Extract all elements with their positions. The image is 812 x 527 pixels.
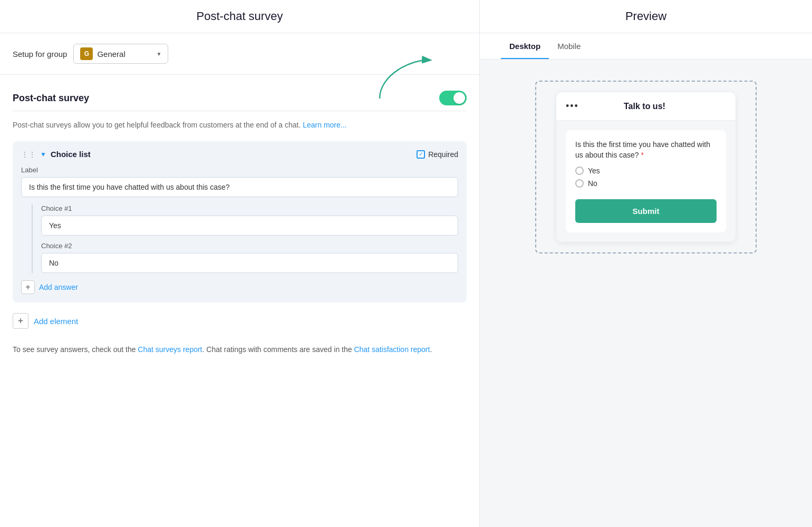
chat-satisfaction-report-link[interactable]: Chat satisfaction report (354, 345, 430, 354)
group-avatar: G (80, 47, 93, 60)
chat-surveys-report-link[interactable]: Chat surveys report (138, 345, 202, 354)
add-element-button[interactable]: + (13, 313, 28, 329)
radio-label-no: No (588, 179, 597, 188)
choice-list-title: Choice list (51, 150, 91, 159)
preview-dashed-border: ••• Talk to us! Is this the first time y… (535, 81, 757, 253)
choice-1-input[interactable] (41, 216, 458, 236)
survey-toggle[interactable] (439, 91, 467, 105)
survey-description: Post-chat surveys allow you to get helpf… (13, 120, 467, 131)
required-star: * (641, 151, 644, 159)
tab-mobile[interactable]: Mobile (549, 33, 589, 59)
chat-header: ••• Talk to us! (556, 92, 736, 121)
preview-content: ••• Talk to us! Is this the first time y… (480, 60, 812, 527)
choice-item-1: Choice #1 (41, 204, 458, 236)
label-field-label: Label (21, 166, 458, 174)
chevron-down-icon[interactable]: ▼ (40, 151, 46, 158)
right-panel-header: Preview (480, 0, 812, 33)
tab-desktop[interactable]: Desktop (501, 33, 549, 59)
choice-1-label: Choice #1 (41, 204, 458, 212)
left-panel: Setup for group G General ▼ Post-chat su… (0, 33, 480, 527)
group-dropdown[interactable]: G General ▼ (73, 44, 168, 64)
survey-section: Post-chat survey (0, 75, 479, 371)
submit-button[interactable]: Submit (575, 199, 717, 223)
radio-circle-no[interactable] (575, 179, 584, 188)
choice-list-card: ⋮⋮ ▼ Choice list ✓ Required Label Choice (13, 141, 467, 302)
add-answer-row: + Add answer (21, 280, 458, 294)
required-label: Required (428, 150, 458, 159)
radio-label-yes: Yes (588, 167, 600, 175)
choice-2-label: Choice #2 (41, 242, 458, 250)
add-answer-text[interactable]: Add answer (39, 283, 78, 291)
survey-divider (13, 111, 467, 111)
chat-dots: ••• (566, 101, 579, 112)
page-title-right: Preview (480, 9, 812, 23)
chevron-down-icon: ▼ (157, 51, 162, 57)
preview-question: Is this the first time you have chatted … (575, 140, 717, 160)
preview-tabs: Desktop Mobile (480, 33, 812, 60)
toggle-container (439, 91, 467, 105)
group-name: General (97, 50, 152, 58)
choices-container: Choice #1 Choice #2 (32, 204, 458, 273)
choice-2-input[interactable] (41, 253, 458, 273)
top-bar: Post-chat survey Preview (0, 0, 812, 33)
required-checkbox[interactable]: ✓ (417, 150, 425, 159)
add-element-row: + Add element (13, 313, 467, 329)
chat-widget: ••• Talk to us! Is this the first time y… (556, 92, 736, 242)
choice-list-header: ⋮⋮ ▼ Choice list ✓ Required (21, 150, 458, 159)
learn-more-link[interactable]: Learn more... (303, 121, 346, 129)
drag-handle-icon[interactable]: ⋮⋮ (21, 150, 36, 159)
radio-option-no: No (575, 179, 717, 188)
right-panel: Desktop Mobile ••• Talk to us! (480, 33, 812, 527)
label-input[interactable] (21, 177, 458, 197)
chat-title: Talk to us! (624, 102, 665, 111)
add-answer-button[interactable]: + (21, 280, 35, 294)
chat-body: Is this the first time you have chatted … (556, 121, 736, 242)
choice-list-left: ⋮⋮ ▼ Choice list (21, 150, 91, 159)
toggle-knob (453, 92, 465, 104)
footer-note: To see survey answers, check out the Cha… (13, 344, 467, 355)
left-panel-header: Post-chat survey (0, 0, 480, 33)
add-element-text[interactable]: Add element (34, 317, 78, 326)
survey-header-row: Post-chat survey (13, 91, 467, 105)
main-content: Setup for group G General ▼ Post-chat su… (0, 33, 812, 527)
group-selector-label: Setup for group (13, 50, 67, 58)
page-title-left: Post-chat survey (0, 9, 479, 23)
required-row: ✓ Required (417, 150, 458, 159)
survey-section-title: Post-chat survey (13, 93, 89, 104)
radio-option-yes: Yes (575, 167, 717, 175)
radio-circle-yes[interactable] (575, 167, 584, 175)
curved-arrow-icon (374, 54, 438, 101)
survey-card-preview: Is this the first time you have chatted … (566, 130, 726, 232)
choice-item-2: Choice #2 (41, 242, 458, 273)
